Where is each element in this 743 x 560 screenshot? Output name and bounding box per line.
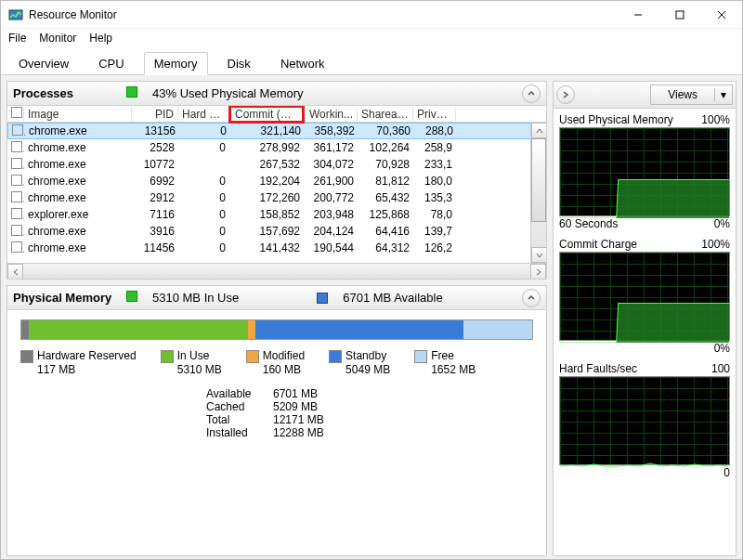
horizontal-scrollbar[interactable] bbox=[7, 263, 546, 279]
column-private[interactable]: Privat... bbox=[413, 108, 456, 121]
scroll-left-button[interactable] bbox=[7, 264, 23, 279]
stat-installed-val: 12288 MB bbox=[273, 426, 324, 439]
legend-modified-val: 160 MB bbox=[246, 363, 305, 376]
row-checkbox[interactable] bbox=[11, 175, 22, 186]
table-row[interactable]: chrome.exe39160157,692204,12464,416139,7 bbox=[7, 223, 546, 240]
table-row[interactable]: chrome.exe25280278,992361,172102,264258,… bbox=[7, 139, 546, 156]
stat-cached-val: 5209 MB bbox=[273, 400, 318, 413]
scroll-up-button[interactable] bbox=[531, 123, 546, 138]
tab-cpu[interactable]: CPU bbox=[88, 52, 134, 74]
column-hardfaults[interactable]: Hard Fa... bbox=[178, 108, 229, 121]
cell-shareable: 64,312 bbox=[358, 241, 413, 254]
row-checkbox[interactable] bbox=[11, 208, 22, 219]
row-checkbox[interactable] bbox=[11, 141, 22, 152]
table-row[interactable]: chrome.exe29120172,260200,77265,432135,3 bbox=[7, 189, 546, 206]
scroll-right-button[interactable] bbox=[530, 264, 546, 279]
tab-disk[interactable]: Disk bbox=[217, 52, 261, 74]
svg-rect-0 bbox=[9, 10, 22, 20]
chart-usedmem-title: Used Physical Memory bbox=[559, 113, 673, 126]
cell-pid: 6992 bbox=[132, 175, 178, 188]
cell-pid: 3916 bbox=[132, 225, 178, 238]
window-title: Resource Monitor bbox=[29, 8, 617, 21]
row-checkbox[interactable] bbox=[11, 191, 22, 202]
cell-image: explorer.exe bbox=[24, 208, 132, 221]
chart-commit-max: 100% bbox=[701, 238, 730, 251]
menu-bar: File Monitor Help bbox=[1, 29, 742, 47]
chart-usedmem-min: 0% bbox=[714, 217, 730, 230]
tab-bar: Overview CPU Memory Disk Network bbox=[1, 47, 742, 75]
cell-image: chrome.exe bbox=[24, 241, 132, 254]
legend-free-val: 1652 MB bbox=[414, 363, 476, 376]
cell-private: 258,9 bbox=[413, 141, 456, 154]
cell-shareable: 70,928 bbox=[358, 158, 413, 171]
table-row[interactable]: chrome.exe69920192,204261,90081,812180,0 bbox=[7, 173, 546, 189]
chart-usedmem-max: 100% bbox=[701, 113, 730, 126]
cell-shareable: 102,264 bbox=[358, 141, 413, 154]
stat-cached-key: Cached bbox=[206, 400, 262, 413]
cell-working: 200,772 bbox=[304, 191, 358, 204]
tab-network[interactable]: Network bbox=[270, 52, 335, 74]
collapse-processes-button[interactable] bbox=[522, 85, 541, 103]
views-label: Views bbox=[651, 88, 715, 101]
scroll-down-button[interactable] bbox=[531, 247, 546, 263]
svg-rect-3 bbox=[676, 11, 684, 19]
scroll-thumb[interactable] bbox=[531, 138, 546, 222]
cell-image: chrome.exe bbox=[24, 158, 132, 171]
cell-commit: 192,204 bbox=[229, 175, 304, 188]
cell-image: chrome.exe bbox=[25, 124, 133, 137]
close-button[interactable] bbox=[700, 1, 742, 29]
legend-inuse-name: In Use bbox=[177, 349, 210, 362]
tab-memory[interactable]: Memory bbox=[144, 52, 208, 75]
cell-working: 361,172 bbox=[304, 141, 358, 154]
menu-file[interactable]: File bbox=[8, 32, 26, 45]
physical-memory-header[interactable]: Physical Memory 5310 MB In Use 6701 MB A… bbox=[7, 286, 546, 310]
maximize-button[interactable] bbox=[658, 1, 700, 29]
cell-pid: 2528 bbox=[132, 141, 178, 154]
cell-pid: 13156 bbox=[133, 124, 179, 137]
cell-working: 190,544 bbox=[304, 241, 358, 254]
app-icon bbox=[8, 7, 23, 22]
cell-image: chrome.exe bbox=[24, 225, 132, 238]
chart-faults-title: Hard Faults/sec bbox=[559, 362, 637, 375]
processes-header[interactable]: Processes 43% Used Physical Memory bbox=[7, 82, 546, 106]
cell-shareable: 81,812 bbox=[358, 175, 413, 188]
select-all-checkbox[interactable] bbox=[11, 107, 22, 118]
cell-private: 78,0 bbox=[413, 208, 456, 221]
processes-table-header: Image PID Hard Fa... Commit (KB) Workin.… bbox=[7, 106, 546, 123]
physical-inuse-text: 5310 MB In Use bbox=[152, 291, 239, 305]
column-commit[interactable]: Commit (KB) bbox=[229, 106, 304, 123]
row-checkbox[interactable] bbox=[12, 124, 23, 136]
inuse-led-icon bbox=[126, 291, 141, 305]
row-checkbox[interactable] bbox=[11, 158, 22, 169]
cell-working: 304,072 bbox=[304, 158, 358, 171]
collapse-physical-button[interactable] bbox=[522, 289, 541, 307]
row-checkbox[interactable] bbox=[11, 241, 22, 253]
table-row[interactable]: chrome.exe131560321,140358,39270,360288,… bbox=[7, 123, 546, 139]
cell-working: 204,124 bbox=[304, 225, 358, 238]
column-shareable[interactable]: Shareab... bbox=[358, 108, 413, 121]
chart-used-memory bbox=[559, 127, 730, 216]
column-working[interactable]: Workin... bbox=[304, 108, 358, 121]
physical-memory-panel: Physical Memory 5310 MB In Use 6701 MB A… bbox=[7, 285, 547, 556]
chart-faults-max: 100 bbox=[711, 362, 730, 375]
vertical-scrollbar[interactable] bbox=[530, 123, 546, 263]
stat-available-key: Available bbox=[206, 387, 262, 400]
chart-faults-min: 0 bbox=[723, 466, 730, 479]
tab-overview[interactable]: Overview bbox=[8, 52, 79, 74]
column-image[interactable]: Image bbox=[24, 108, 132, 121]
expand-charts-button[interactable] bbox=[556, 85, 575, 104]
cell-commit: 278,992 bbox=[229, 141, 304, 154]
stat-available-val: 6701 MB bbox=[273, 387, 318, 400]
cell-commit: 158,852 bbox=[229, 208, 304, 221]
table-row[interactable]: chrome.exe114560141,432190,54464,312126,… bbox=[7, 240, 546, 256]
cell-shareable: 65,432 bbox=[358, 191, 413, 204]
menu-help[interactable]: Help bbox=[89, 32, 112, 45]
stat-total-key: Total bbox=[206, 413, 262, 426]
table-row[interactable]: chrome.exe10772267,532304,07270,928233,1 bbox=[7, 156, 546, 173]
table-row[interactable]: explorer.exe71160158,852203,948125,86878… bbox=[7, 206, 546, 223]
menu-monitor[interactable]: Monitor bbox=[39, 32, 76, 45]
column-pid[interactable]: PID bbox=[132, 108, 178, 121]
views-button[interactable]: Views ▾ bbox=[650, 85, 733, 105]
minimize-button[interactable] bbox=[617, 1, 658, 29]
row-checkbox[interactable] bbox=[11, 225, 22, 236]
